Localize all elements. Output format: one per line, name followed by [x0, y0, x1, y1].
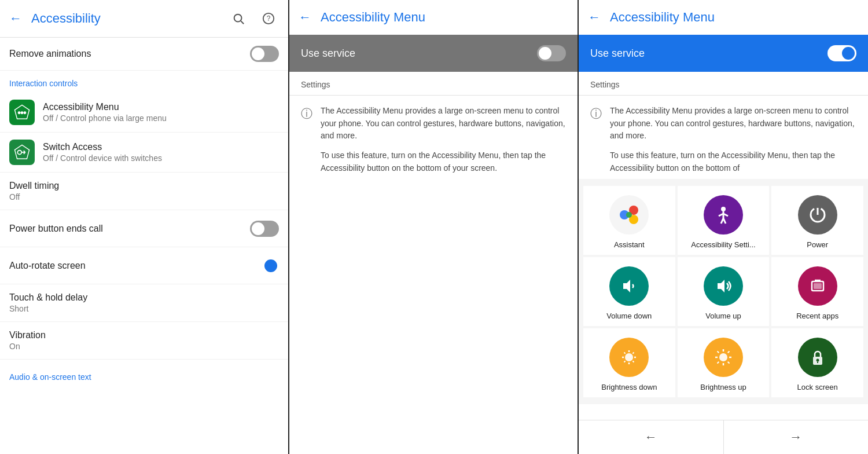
- svg-line-44: [717, 352, 719, 353]
- svg-point-39: [719, 353, 727, 361]
- vibration-texts: Vibration On: [9, 330, 279, 351]
- grid-item-power[interactable]: Power: [771, 186, 863, 255]
- panel2-description: ⓘ The Accessibility Menu provides a larg…: [289, 96, 578, 184]
- panel3-use-service-bar: Use service: [579, 35, 868, 72]
- panel3-desc-line2: To use this feature, turn on the Accessi…: [610, 149, 856, 174]
- switch-access-text: Switch Access Off / Control device with …: [43, 142, 279, 163]
- panel2-title: Accessibility Menu: [321, 10, 568, 25]
- panel3-back-button[interactable]: ←: [588, 11, 601, 24]
- grid-item-volume-up[interactable]: Volume up: [678, 257, 770, 326]
- assistant-label: Assistant: [614, 240, 645, 249]
- switch-access-item[interactable]: Switch Access Off / Control device with …: [0, 133, 288, 173]
- panel3-title: Accessibility Menu: [610, 10, 859, 25]
- nav-forward-arrow: →: [789, 430, 802, 445]
- volume-down-icon: [609, 266, 649, 306]
- panel2-settings-label: Settings: [289, 72, 578, 96]
- svg-marker-25: [623, 280, 630, 292]
- panel2-use-service-toggle[interactable]: [537, 45, 566, 61]
- brightness-down-icon: [609, 338, 649, 377]
- svg-point-49: [816, 359, 819, 362]
- switch-access-icon: [9, 140, 35, 165]
- panel2-info-icon: ⓘ: [301, 106, 312, 122]
- panel3-description-text: The Accessibility Menu provides a large …: [610, 105, 856, 174]
- panel-accessibility-menu-off: ← Accessibility Menu Use service Setting…: [289, 0, 579, 454]
- svg-rect-28: [814, 283, 822, 289]
- remove-animations-knob: [252, 47, 264, 60]
- interaction-controls-section: Interaction controls: [0, 71, 288, 93]
- remove-animations-item[interactable]: Remove animations: [0, 38, 288, 71]
- auto-rotate-title: Auto-rotate screen: [9, 261, 250, 271]
- panel3-use-service-toggle[interactable]: [827, 45, 856, 61]
- power-label: Power: [807, 240, 828, 249]
- power-icon: [798, 195, 837, 235]
- panel3-desc-line1: The Accessibility Menu provides a large …: [610, 105, 856, 142]
- svg-marker-26: [718, 280, 724, 292]
- svg-line-45: [728, 362, 730, 364]
- svg-point-30: [625, 353, 633, 361]
- accessibility-menu-item[interactable]: Accessibility Menu Off / Control phone v…: [0, 93, 288, 133]
- svg-line-38: [624, 361, 626, 363]
- svg-line-47: [717, 362, 719, 364]
- nav-back-arrow: ←: [645, 430, 657, 445]
- assistant-icon: [609, 195, 649, 235]
- remove-animations-label: Remove animations: [9, 49, 91, 59]
- grid-item-volume-down[interactable]: Volume down: [583, 257, 675, 326]
- panel2-use-service-bar: Use service: [289, 35, 578, 72]
- svg-line-1: [241, 21, 244, 24]
- panel-accessibility: ← Accessibility ? Remove animations: [0, 0, 289, 454]
- panel2-desc-line2: To use this feature, turn on the Accessi…: [321, 149, 566, 174]
- grid-item-brightness-down[interactable]: Brightness down: [583, 328, 675, 397]
- volume-down-label: Volume down: [606, 312, 652, 320]
- svg-point-16: [626, 212, 632, 218]
- panel1-title: Accessibility: [31, 11, 228, 26]
- accessibility-menu-text: Accessibility Menu Off / Control phone v…: [43, 102, 279, 123]
- svg-line-22: [723, 218, 726, 224]
- brightness-down-label: Brightness down: [601, 383, 657, 391]
- power-button-knob: [252, 222, 264, 235]
- touch-hold-item[interactable]: Touch & hold delay Short: [0, 284, 288, 322]
- power-button-item[interactable]: Power button ends call: [0, 210, 288, 247]
- lock-screen-icon: [798, 338, 837, 377]
- touch-hold-title: Touch & hold delay: [9, 292, 279, 303]
- panel2-use-service-label: Use service: [301, 47, 355, 60]
- nav-forward-button[interactable]: →: [724, 420, 869, 454]
- panel1-help-button[interactable]: ?: [258, 8, 279, 29]
- switch-access-subtitle: Off / Control device with switches: [43, 153, 279, 163]
- power-button-title: Power button ends call: [9, 224, 250, 234]
- remove-animations-toggle[interactable]: [250, 46, 279, 62]
- panel3-description: ⓘ The Accessibility Menu provides a larg…: [579, 96, 868, 179]
- auto-rotate-toggle[interactable]: [250, 258, 279, 274]
- recent-apps-label: Recent apps: [796, 312, 838, 320]
- grid-item-brightness-up[interactable]: Brightness up: [678, 328, 770, 397]
- grid-item-recent-apps[interactable]: Recent apps: [771, 257, 863, 326]
- svg-line-46: [728, 352, 730, 353]
- svg-text:?: ?: [267, 14, 271, 23]
- bottom-nav: ← →: [579, 420, 868, 454]
- grid-item-accessibility-settings[interactable]: Accessibility Setti...: [678, 186, 770, 255]
- panel2-description-text: The Accessibility Menu provides a large …: [321, 105, 566, 174]
- brightness-up-icon: [704, 338, 743, 377]
- auto-rotate-item[interactable]: Auto-rotate screen: [0, 247, 288, 284]
- svg-point-7: [23, 111, 26, 114]
- power-button-texts: Power button ends call: [9, 224, 250, 234]
- panel1-search-button[interactable]: [228, 8, 249, 29]
- panel2-back-button[interactable]: ←: [299, 11, 311, 24]
- panel1-back-button[interactable]: ←: [9, 12, 22, 25]
- dwell-timing-item[interactable]: Dwell timing Off: [0, 173, 288, 210]
- svg-line-37: [633, 353, 634, 354]
- dwell-timing-subtitle: Off: [9, 192, 279, 202]
- auto-rotate-texts: Auto-rotate screen: [9, 261, 250, 271]
- svg-line-35: [624, 353, 626, 354]
- panel3-toggle-knob: [842, 47, 855, 60]
- panel3-settings-label: Settings: [579, 72, 868, 96]
- nav-back-button[interactable]: ←: [579, 420, 724, 454]
- svg-point-6: [21, 111, 24, 114]
- grid-item-assistant[interactable]: Assistant: [583, 186, 675, 255]
- grid-item-lock-screen[interactable]: Lock screen: [771, 328, 863, 397]
- audio-section-label: Audio & on-screen text: [0, 364, 288, 386]
- vibration-item[interactable]: Vibration On: [0, 322, 288, 360]
- svg-point-5: [18, 111, 21, 114]
- accessibility-menu-subtitle: Off / Control phone via large menu: [43, 114, 279, 123]
- volume-up-label: Volume up: [705, 312, 741, 320]
- power-button-toggle[interactable]: [250, 221, 279, 237]
